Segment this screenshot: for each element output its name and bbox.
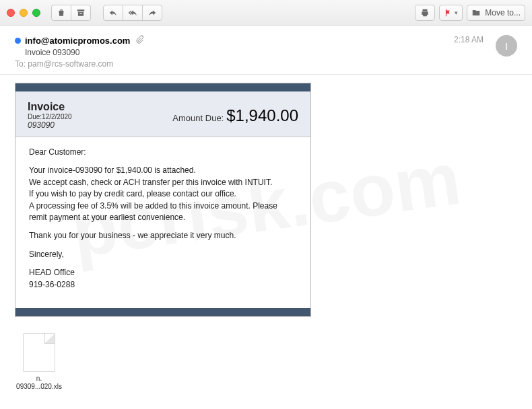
thanks-line: Thank you for your business - we appreci… [29,230,297,241]
flag-button[interactable]: ▾ [439,5,463,21]
minimize-window-button[interactable] [20,9,28,17]
attachment-item[interactable]: n. 09309...020.xls [15,333,63,391]
invoice-due: Due:12/2/2020 [28,113,72,120]
move-icon [471,8,481,17]
print-button[interactable] [415,5,435,21]
file-icon [23,333,55,372]
attachments-area: n. 09309...020.xls [15,333,517,391]
forward-button[interactable] [142,5,162,21]
email-body: Invoice Due:12/2/2020 093090 Amount Due:… [0,75,532,399]
greeting: Dear Customer: [29,147,297,158]
avatar-initial: I [505,40,508,52]
reply-all-button[interactable] [123,5,143,21]
move-to-label: Move to... [485,8,521,17]
signoff: Sincerely, [29,249,297,260]
reply-all-icon [128,8,137,17]
invoice-number: 093090 [28,120,72,130]
invoice-card: Invoice Due:12/2/2020 093090 Amount Due:… [15,83,311,317]
invoice-top-bar [15,83,310,91]
invoice-title: Invoice [28,101,72,113]
close-window-button[interactable] [7,9,15,17]
email-time: 2:18 AM [454,35,484,44]
printer-icon [420,8,430,17]
email-subject: Invoice 093090 [25,48,517,57]
move-to-button[interactable]: Move to... [467,5,525,21]
reply-button[interactable] [103,5,123,21]
forward-icon [147,8,157,17]
email-header: info@atomicpromos.com Invoice 093090 To:… [0,26,532,75]
archive-button[interactable] [71,5,91,21]
amount-due-label: Amount Due: [172,113,224,123]
archive-icon [76,8,86,17]
flag-icon [444,8,453,17]
to-label: To: [15,59,26,69]
attachment-icon [135,35,144,46]
sender-block: HEAD Office 919-36-0288 [29,267,297,291]
zoom-window-button[interactable] [32,9,40,17]
avatar: I [496,35,517,57]
invoice-text: Your invoice-093090 for $1,940.00 is att… [29,165,297,223]
trash-icon [57,8,66,17]
attachment-filename: n. 09309...020.xls [15,375,63,391]
chevron-down-icon: ▾ [455,9,458,16]
invoice-header: Invoice Due:12/2/2020 093090 Amount Due:… [15,91,310,137]
reply-icon [108,8,118,17]
unread-indicator [15,38,21,44]
invoice-body: Dear Customer: Your invoice-093090 for $… [15,137,310,308]
delete-button[interactable] [51,5,71,21]
from-address: info@atomicpromos.com [25,36,130,46]
invoice-bottom-bar [15,308,310,316]
amount-due-value: $1,940.00 [226,106,298,125]
traffic-lights [7,9,40,17]
to-address: pam@rcs-software.com [28,59,113,69]
window-titlebar: ▾ Move to... [0,0,532,26]
